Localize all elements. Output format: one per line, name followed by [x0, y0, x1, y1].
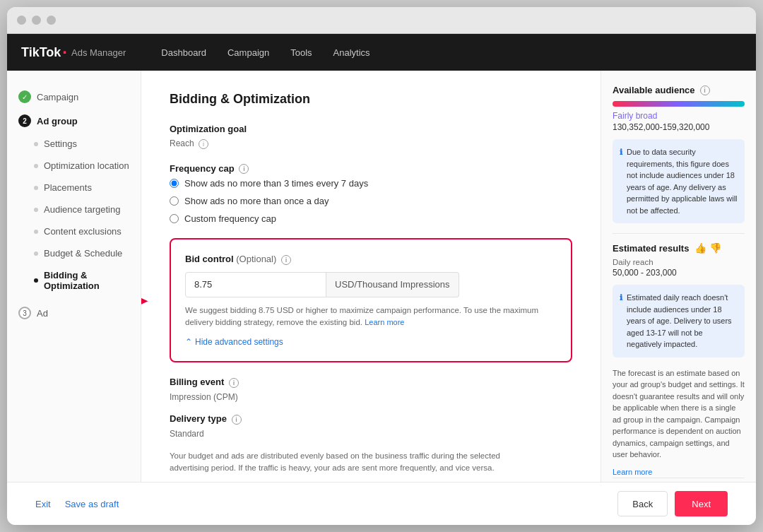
freq-option-1[interactable]: Show ads no more than 3 times every 7 da…	[170, 178, 572, 189]
freq-option-3[interactable]: Custom frequency cap	[170, 213, 572, 224]
page-title: Bidding & Optimization	[170, 92, 572, 107]
available-audience-title: Available audience i	[613, 85, 745, 95]
next-button[interactable]: Next	[675, 491, 728, 516]
brand-logo: TikTok· Ads Manager	[21, 44, 126, 61]
audience-info-box: ℹ Due to data security requirements, thi…	[613, 139, 745, 223]
audience-bar	[613, 101, 745, 107]
estimated-results-title: Estimated results 👍 👎	[613, 242, 745, 254]
delivery-type-label: Delivery type i	[170, 413, 572, 425]
bid-control-label: Bid control (Optional) i	[185, 254, 557, 265]
nav-dashboard[interactable]: Dashboard	[161, 47, 206, 58]
daily-reach-label: Daily reach	[613, 258, 745, 266]
footer-right: Back Next	[617, 491, 728, 516]
optimization-goal-label: Optimization goal	[170, 124, 572, 134]
brand-name: TikTok	[21, 45, 61, 60]
billing-event-info-icon[interactable]: i	[229, 378, 239, 388]
dot-opt-location	[34, 164, 38, 168]
delivery-type-info-icon[interactable]: i	[232, 415, 242, 425]
sidebar-item-audience-targeting[interactable]: Audience targeting	[7, 199, 141, 220]
sidebar-label-settings: Settings	[44, 138, 77, 149]
available-audience-info-icon[interactable]: i	[700, 85, 710, 95]
bid-control-section: Bid control (Optional) i USD/Thousand Im…	[170, 238, 572, 362]
learn-more-link[interactable]: Learn more	[613, 468, 652, 476]
daily-reach-info-box: ℹ Estimated daily reach doesn't include …	[613, 285, 745, 357]
bid-input-row: USD/Thousand Impressions	[185, 272, 557, 297]
frequency-cap-section: Frequency cap i Show ads no more than 3 …	[170, 163, 572, 225]
num-icon-2: 2	[18, 114, 31, 127]
frequency-cap-label: Frequency cap i	[170, 163, 572, 175]
arrow-indicator: ➤	[141, 280, 150, 321]
sidebar-item-settings[interactable]: Settings	[7, 133, 141, 155]
brand-subtitle: Ads Manager	[71, 47, 126, 58]
nav-campaign[interactable]: Campaign	[227, 47, 269, 58]
minimize-dot[interactable]	[32, 16, 41, 25]
chevron-up-icon: ⌃	[185, 337, 192, 347]
sidebar-label-budget-schedule: Budget & Schedule	[44, 248, 122, 259]
freq-option-2[interactable]: Show ads no more than once a day	[170, 196, 572, 206]
freq-radio-3[interactable]	[170, 214, 179, 223]
sidebar-item-campaign[interactable]: ✓ Campaign	[7, 85, 141, 109]
sidebar-label-campaign: Campaign	[37, 92, 78, 102]
sidebar-label-bidding-optimization: Bidding & Optimization	[44, 270, 129, 291]
back-button[interactable]: Back	[617, 491, 668, 516]
exit-link[interactable]: Exit	[35, 499, 51, 509]
sidebar-item-opt-location[interactable]: Optimization location	[7, 155, 141, 177]
billing-event-section: Billing event i Impression (CPM)	[170, 377, 572, 402]
bid-unit-label: USD/Thousand Impressions	[326, 272, 459, 297]
frequency-cap-options: Show ads no more than 3 times every 7 da…	[170, 178, 572, 224]
dot-bidding-optimization	[34, 278, 38, 283]
delivery-type-section: Delivery type i Standard Your budget and…	[170, 413, 572, 474]
audience-range: 130,352,000-159,320,000	[613, 122, 745, 132]
thumb-up-icon[interactable]: 👍	[694, 242, 706, 254]
sidebar-item-ad-group[interactable]: 2 Ad group	[7, 109, 141, 133]
forecast-text: The forecast is an estimate based on you…	[613, 367, 745, 461]
save-draft-link[interactable]: Save as draft	[65, 499, 119, 509]
navbar: TikTok· Ads Manager Dashboard Campaign T…	[7, 34, 756, 71]
dot-budget-schedule	[34, 252, 38, 256]
sidebar-item-budget-schedule[interactable]: Budget & Schedule	[7, 242, 141, 264]
footer: Exit Save as draft Back Next	[7, 482, 756, 525]
dot-placements	[34, 186, 38, 190]
thumb-icons: 👍 👎	[694, 242, 721, 254]
maximize-dot[interactable]	[47, 16, 56, 25]
daily-reach-info-icon: ℹ	[620, 292, 622, 350]
bid-input[interactable]	[185, 272, 326, 297]
daily-reach-info-text: Estimated daily reach doesn't include au…	[627, 292, 738, 350]
optimization-goal-value: Reach i	[170, 138, 572, 149]
close-dot[interactable]	[17, 16, 26, 25]
divider-1	[613, 233, 745, 234]
dot-content-exclusions	[34, 230, 38, 234]
nav-tools[interactable]: Tools	[290, 47, 312, 58]
audience-label: Fairly broad	[613, 111, 745, 121]
billing-event-label: Billing event i	[170, 377, 572, 388]
frequency-cap-info-icon[interactable]: i	[239, 164, 249, 174]
billing-event-value: Impression (CPM)	[170, 392, 572, 402]
optimization-goal-section: Optimization goal Reach i	[170, 124, 572, 149]
sidebar: ✓ Campaign 2 Ad group Settings Optimizat…	[7, 71, 141, 482]
freq-radio-1[interactable]	[170, 179, 179, 188]
thumb-down-icon[interactable]: 👎	[709, 242, 721, 254]
right-panel: Available audience i Fairly broad 130,35…	[601, 71, 756, 482]
sidebar-label-content-exclusions: Content exclusions	[44, 226, 122, 237]
sidebar-item-placements[interactable]: Placements	[7, 177, 141, 199]
delivery-type-value: Standard	[170, 429, 572, 439]
brand-dot: ·	[62, 44, 67, 61]
main-content: Bidding & Optimization Optimization goal…	[141, 71, 601, 482]
sidebar-label-placements: Placements	[44, 182, 92, 193]
bid-control-info-icon[interactable]: i	[281, 255, 291, 265]
freq-radio-2[interactable]	[170, 196, 179, 206]
num-icon-3: 3	[18, 307, 31, 319]
nav-analytics[interactable]: Analytics	[333, 47, 370, 58]
footer-left: Exit Save as draft	[35, 499, 119, 509]
optimization-goal-info-icon[interactable]: i	[199, 139, 208, 149]
hide-advanced-button[interactable]: ⌃ Hide advanced settings	[185, 337, 557, 347]
sidebar-item-content-exclusions[interactable]: Content exclusions	[7, 220, 141, 242]
dot-settings	[34, 142, 38, 146]
sidebar-label-ad: Ad	[37, 308, 48, 319]
check-icon: ✓	[18, 90, 31, 103]
bid-learn-more-link[interactable]: Learn more	[365, 318, 404, 326]
sidebar-item-ad[interactable]: 3 Ad	[7, 301, 141, 325]
titlebar	[7, 7, 756, 34]
sidebar-item-bidding-optimization[interactable]: Bidding & Optimization	[7, 264, 141, 297]
info-bullet-icon: ℹ	[620, 146, 622, 216]
